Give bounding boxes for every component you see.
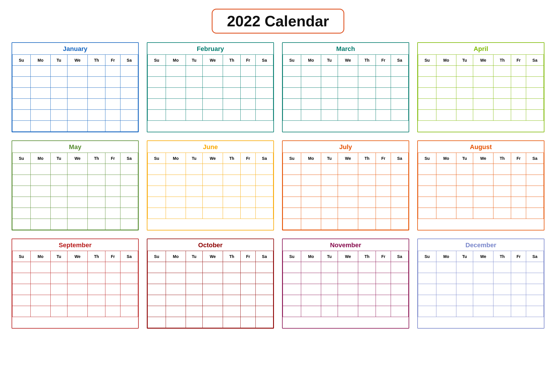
cal-cell[interactable] bbox=[321, 273, 338, 284]
cal-cell[interactable] bbox=[376, 66, 391, 77]
cal-cell[interactable] bbox=[321, 219, 338, 230]
cal-cell[interactable] bbox=[436, 77, 456, 88]
cal-cell[interactable] bbox=[256, 66, 273, 77]
cal-cell[interactable] bbox=[50, 219, 67, 230]
cal-cell[interactable] bbox=[436, 197, 456, 208]
cal-cell[interactable] bbox=[391, 110, 409, 121]
cal-cell[interactable] bbox=[241, 306, 256, 317]
cal-cell[interactable] bbox=[526, 66, 544, 77]
cal-cell[interactable] bbox=[67, 99, 88, 110]
cal-cell[interactable] bbox=[391, 208, 409, 219]
cal-cell[interactable] bbox=[105, 186, 120, 197]
cal-cell[interactable] bbox=[50, 262, 67, 273]
cal-cell[interactable] bbox=[456, 295, 473, 306]
cal-cell[interactable] bbox=[186, 208, 202, 219]
cal-cell[interactable] bbox=[376, 164, 391, 175]
cal-cell[interactable] bbox=[105, 197, 120, 208]
cal-cell[interactable] bbox=[67, 219, 88, 230]
cal-cell[interactable] bbox=[30, 164, 50, 175]
cal-cell[interactable] bbox=[376, 219, 391, 230]
cal-cell[interactable] bbox=[202, 88, 223, 99]
cal-cell[interactable] bbox=[148, 208, 166, 219]
cal-cell[interactable] bbox=[186, 273, 202, 284]
cal-cell[interactable] bbox=[186, 186, 202, 197]
cal-cell[interactable] bbox=[88, 121, 105, 132]
cal-cell[interactable] bbox=[166, 99, 186, 110]
cal-cell[interactable] bbox=[120, 164, 138, 175]
cal-cell[interactable] bbox=[321, 295, 338, 306]
cal-cell[interactable] bbox=[202, 284, 223, 295]
cal-cell[interactable] bbox=[436, 175, 456, 186]
cal-cell[interactable] bbox=[30, 77, 50, 88]
cal-cell[interactable] bbox=[526, 110, 544, 121]
cal-cell[interactable] bbox=[321, 99, 338, 110]
cal-cell[interactable] bbox=[283, 273, 301, 284]
cal-cell[interactable] bbox=[338, 273, 358, 284]
cal-cell[interactable] bbox=[321, 164, 338, 175]
cal-cell[interactable] bbox=[418, 186, 436, 197]
cal-cell[interactable] bbox=[283, 110, 301, 121]
cal-cell[interactable] bbox=[166, 77, 186, 88]
cal-cell[interactable] bbox=[473, 99, 493, 110]
cal-cell[interactable] bbox=[376, 284, 391, 295]
cal-cell[interactable] bbox=[166, 88, 186, 99]
cal-cell[interactable] bbox=[186, 110, 202, 121]
cal-cell[interactable] bbox=[30, 208, 50, 219]
cal-cell[interactable] bbox=[30, 306, 50, 317]
cal-cell[interactable] bbox=[120, 306, 138, 317]
cal-cell[interactable] bbox=[493, 164, 511, 175]
cal-cell[interactable] bbox=[283, 164, 301, 175]
cal-cell[interactable] bbox=[30, 197, 50, 208]
cal-cell[interactable] bbox=[376, 186, 391, 197]
cal-cell[interactable] bbox=[321, 284, 338, 295]
cal-cell[interactable] bbox=[456, 273, 473, 284]
cal-cell[interactable] bbox=[358, 295, 376, 306]
cal-cell[interactable] bbox=[120, 77, 138, 88]
cal-cell[interactable] bbox=[50, 284, 67, 295]
cal-cell[interactable] bbox=[376, 262, 391, 273]
cal-cell[interactable] bbox=[391, 306, 409, 317]
cal-cell[interactable] bbox=[223, 317, 241, 328]
cal-cell[interactable] bbox=[120, 175, 138, 186]
cal-cell[interactable] bbox=[186, 317, 202, 328]
cal-cell[interactable] bbox=[511, 197, 526, 208]
cal-cell[interactable] bbox=[358, 88, 376, 99]
cal-cell[interactable] bbox=[241, 66, 256, 77]
cal-cell[interactable] bbox=[256, 77, 273, 88]
cal-cell[interactable] bbox=[88, 219, 105, 230]
cal-cell[interactable] bbox=[241, 284, 256, 295]
cal-cell[interactable] bbox=[241, 99, 256, 110]
cal-cell[interactable] bbox=[456, 66, 473, 77]
cal-cell[interactable] bbox=[67, 273, 88, 284]
cal-cell[interactable] bbox=[301, 66, 321, 77]
cal-cell[interactable] bbox=[50, 121, 67, 132]
cal-cell[interactable] bbox=[301, 175, 321, 186]
cal-cell[interactable] bbox=[166, 110, 186, 121]
cal-cell[interactable] bbox=[186, 295, 202, 306]
cal-cell[interactable] bbox=[473, 295, 493, 306]
cal-cell[interactable] bbox=[67, 186, 88, 197]
cal-cell[interactable] bbox=[256, 306, 273, 317]
cal-cell[interactable] bbox=[526, 99, 544, 110]
cal-cell[interactable] bbox=[120, 208, 138, 219]
cal-cell[interactable] bbox=[30, 88, 50, 99]
cal-cell[interactable] bbox=[120, 197, 138, 208]
cal-cell[interactable] bbox=[67, 164, 88, 175]
cal-cell[interactable] bbox=[148, 164, 166, 175]
cal-cell[interactable] bbox=[321, 306, 338, 317]
cal-cell[interactable] bbox=[511, 175, 526, 186]
cal-cell[interactable] bbox=[12, 77, 31, 88]
cal-cell[interactable] bbox=[105, 208, 120, 219]
cal-cell[interactable] bbox=[376, 110, 391, 121]
cal-cell[interactable] bbox=[418, 284, 436, 295]
cal-cell[interactable] bbox=[473, 284, 493, 295]
cal-cell[interactable] bbox=[12, 88, 31, 99]
cal-cell[interactable] bbox=[283, 88, 301, 99]
cal-cell[interactable] bbox=[67, 197, 88, 208]
cal-cell[interactable] bbox=[418, 99, 436, 110]
cal-cell[interactable] bbox=[166, 306, 186, 317]
cal-cell[interactable] bbox=[358, 273, 376, 284]
cal-cell[interactable] bbox=[376, 273, 391, 284]
cal-cell[interactable] bbox=[105, 99, 120, 110]
cal-cell[interactable] bbox=[321, 77, 338, 88]
